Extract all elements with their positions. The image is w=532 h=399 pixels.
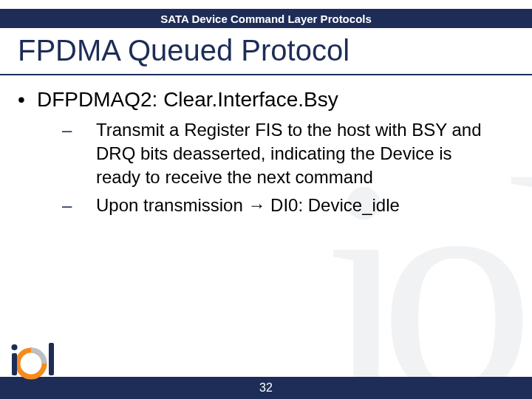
sub-bullet-text: Transmit a Register FIS to the host with…: [96, 118, 495, 189]
slide: iol SATA Device Command Layer Protocols …: [0, 0, 532, 399]
title-underline: [0, 74, 532, 75]
bullet-level1: • DFPDMAQ2: Clear.Interface.Bsy: [18, 87, 514, 112]
footer-bar: 32: [0, 377, 532, 399]
svg-point-2: [12, 344, 18, 350]
page-number: 32: [259, 381, 273, 395]
slide-title: FPDMA Queued Protocol: [18, 34, 349, 67]
body-content: • DFPDMAQ2: Clear.Interface.Bsy – Transm…: [18, 87, 514, 222]
dash-marker: –: [62, 118, 96, 189]
header-bar: SATA Device Command Layer Protocols: [0, 9, 532, 28]
iol-logo-icon: [7, 340, 66, 384]
bullet-text: DFPDMAQ2: Clear.Interface.Bsy: [37, 87, 338, 112]
bullet-level2: – Upon transmission → DI0: Device_idle: [62, 194, 514, 217]
sub-bullet-text: Upon transmission → DI0: Device_idle: [96, 194, 400, 217]
sub-bullets: – Transmit a Register FIS to the host wi…: [62, 118, 514, 217]
svg-rect-1: [12, 353, 17, 375]
bullet-level2: – Transmit a Register FIS to the host wi…: [62, 118, 514, 189]
svg-rect-3: [49, 343, 54, 375]
dash-marker: –: [62, 194, 96, 217]
bullet-marker: •: [18, 87, 37, 112]
header-subtitle: SATA Device Command Layer Protocols: [160, 13, 372, 25]
